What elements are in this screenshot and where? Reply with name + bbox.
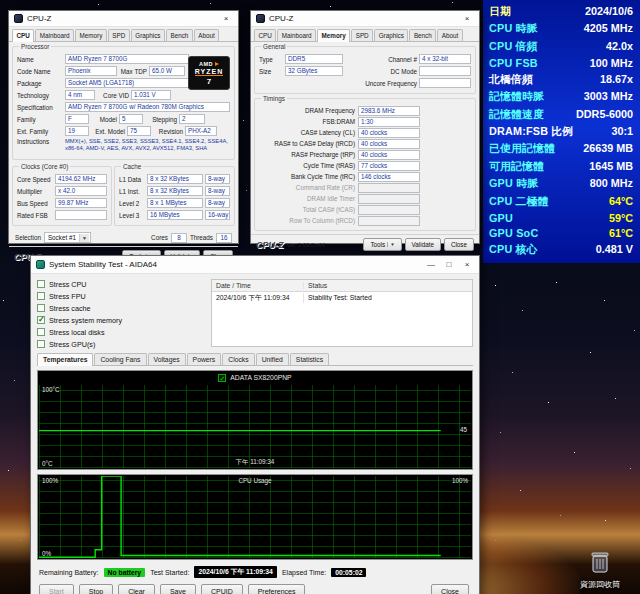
panel-row: 可用記憶體1645 MB <box>489 160 633 174</box>
stress-label: Stress cache <box>49 304 91 313</box>
window-title: CPU-Z <box>269 14 456 23</box>
start-button[interactable]: Start <box>39 584 74 594</box>
cpuid-button[interactable]: CPUID <box>201 584 243 594</box>
extfamily-label: Ext. Family <box>17 128 63 135</box>
panel-label: 記憶體速度 <box>489 108 544 122</box>
stability-top-section: Stress CPU Stress FPU Stress cache Stres… <box>31 274 479 353</box>
timing-label: CAS# Latency (CL) <box>259 129 355 136</box>
temperature-graph: ✓ ADATA SX8200PNP 100°C 0°C 45 下午 11:09:… <box>37 370 473 470</box>
legend-checkbox-icon[interactable]: ✓ <box>218 374 226 382</box>
selection-label: Selection <box>15 234 41 241</box>
cpu-usage-plot: 100% CPU Usage 100% 0% <box>39 476 471 558</box>
stress-options: Stress CPU Stress FPU Stress cache Stres… <box>37 279 205 349</box>
preferences-button[interactable]: Preferences <box>248 584 306 594</box>
tab-powers[interactable]: Powers <box>187 353 222 365</box>
tab-unified[interactable]: Unified <box>256 353 289 365</box>
close-button[interactable]: Close <box>444 238 474 251</box>
specification-label: Specification <box>17 104 63 111</box>
maximize-icon[interactable]: □ <box>442 260 456 269</box>
stop-button[interactable]: Stop <box>79 584 113 594</box>
tab-clocks[interactable]: Clocks <box>222 353 254 365</box>
stress-label: Stress system memory <box>49 316 122 325</box>
stress-option[interactable]: Stress CPU <box>37 279 205 289</box>
close-icon[interactable]: × <box>460 14 474 23</box>
stress-checkbox[interactable] <box>37 340 45 348</box>
tab-spd[interactable]: SPD <box>108 29 130 41</box>
tab-memory[interactable]: Memory <box>317 29 350 42</box>
tab-cooling-fans[interactable]: Cooling Fans <box>94 353 146 365</box>
y-max-label-left: 100% <box>42 477 58 484</box>
close-button[interactable]: Close <box>431 584 469 594</box>
tab-mainboard[interactable]: Mainboard <box>35 29 74 41</box>
tab-voltages[interactable]: Voltages <box>148 353 186 365</box>
stress-checkbox[interactable] <box>37 292 45 300</box>
window-title: System Stability Test - AIDA64 <box>49 260 420 269</box>
table-row[interactable]: 2024/10/6 下午 11:09:34 Stability Test: St… <box>212 292 472 303</box>
panel-value: 18.67x <box>600 73 633 85</box>
tab-bench[interactable]: Bench <box>409 29 436 41</box>
ryzen-logo: RYZEN <box>195 68 223 76</box>
stress-checkbox[interactable] <box>37 280 45 288</box>
panel-row: 記憶體速度DDR5-6000 <box>489 108 633 122</box>
tab-memory[interactable]: Memory <box>75 29 107 41</box>
close-icon[interactable]: × <box>460 260 474 269</box>
clock-row-label: Core Speed <box>17 176 53 183</box>
group-label: Processor <box>19 43 51 50</box>
recycle-bin-label: 資源回收筒 <box>568 579 632 590</box>
panel-label: 日期 <box>489 5 511 19</box>
save-button[interactable]: Save <box>160 584 196 594</box>
tab-bench[interactable]: Bench <box>166 29 193 41</box>
validate-button[interactable]: Validate <box>405 238 441 251</box>
aida64-stability-window: System Stability Test - AIDA64 — □ × Str… <box>30 255 480 594</box>
battery-label: Remaining Battery: <box>39 569 99 576</box>
titlebar[interactable]: CPU-Z × <box>251 11 479 27</box>
minimize-icon[interactable]: — <box>424 260 438 269</box>
clear-button[interactable]: Clear <box>118 584 155 594</box>
cache-row-label: Level 3 <box>119 212 145 219</box>
tools-button[interactable]: Tools▼ <box>363 238 401 251</box>
timing-value: 40 clocks <box>358 150 420 160</box>
panel-label: GPU <box>489 212 513 224</box>
chevron-down-icon: ▼ <box>79 234 89 242</box>
stress-checkbox[interactable] <box>37 304 45 312</box>
tab-temperatures[interactable]: Temperatures <box>37 353 93 366</box>
tab-graphics[interactable]: Graphics <box>131 29 165 41</box>
panel-label: 可用記憶體 <box>489 160 544 174</box>
stress-option[interactable]: Stress system memory <box>37 315 205 325</box>
timing-value <box>358 194 420 204</box>
recycle-bin-desktop-icon[interactable]: 資源回收筒 <box>568 550 632 590</box>
panel-value: 1645 MB <box>589 160 633 172</box>
tab-graphics[interactable]: Graphics <box>374 29 408 41</box>
close-icon[interactable]: × <box>219 14 233 23</box>
socket-select[interactable]: Socket #1▼ <box>44 232 91 243</box>
amd-logo: AMD <box>199 61 213 67</box>
tab-about[interactable]: About <box>437 29 462 41</box>
timing-value: 40 clocks <box>358 139 420 149</box>
tab-cpu[interactable]: CPU <box>254 29 276 41</box>
stress-option[interactable]: Stress local disks <box>37 327 205 337</box>
panel-row: 已使用記憶體26639 MB <box>489 142 633 156</box>
row-status: Stability Test: Started <box>304 294 472 301</box>
stress-option[interactable]: Stress FPU <box>37 291 205 301</box>
titlebar[interactable]: CPU-Z × <box>9 11 238 27</box>
tab-spd[interactable]: SPD <box>351 29 373 41</box>
stress-option[interactable]: Stress cache <box>37 303 205 313</box>
graph-legend[interactable]: ✓ ADATA SX8200PNP <box>38 371 472 384</box>
stress-checkbox[interactable] <box>37 328 45 336</box>
timing-label: Command Rate (CR) <box>259 184 355 191</box>
tab-statistics[interactable]: Statistics <box>290 353 329 365</box>
stress-checkbox[interactable] <box>37 316 45 324</box>
tab-mainboard[interactable]: Mainboard <box>277 29 316 41</box>
titlebar[interactable]: System Stability Test - AIDA64 — □ × <box>31 256 479 274</box>
test-started-label: Test Started: <box>150 569 189 576</box>
timing-row: Row To Column (tRCD) <box>259 216 471 225</box>
timing-row: RAS# to CAS# Delay (tRCD)40 clocks <box>259 139 471 148</box>
clock-row-label: Rated FSB <box>17 212 53 219</box>
elapsed-badge: 00:05:02 <box>331 568 366 577</box>
stress-option[interactable]: Stress GPU(s) <box>37 339 205 349</box>
tab-about[interactable]: About <box>194 29 219 41</box>
button-bar: Start Stop Clear Save CPUID Preferences … <box>39 584 471 594</box>
instructions-label: Instructions <box>17 138 63 145</box>
stepping-value: 2 <box>179 114 205 124</box>
tab-cpu[interactable]: CPU <box>12 29 34 42</box>
